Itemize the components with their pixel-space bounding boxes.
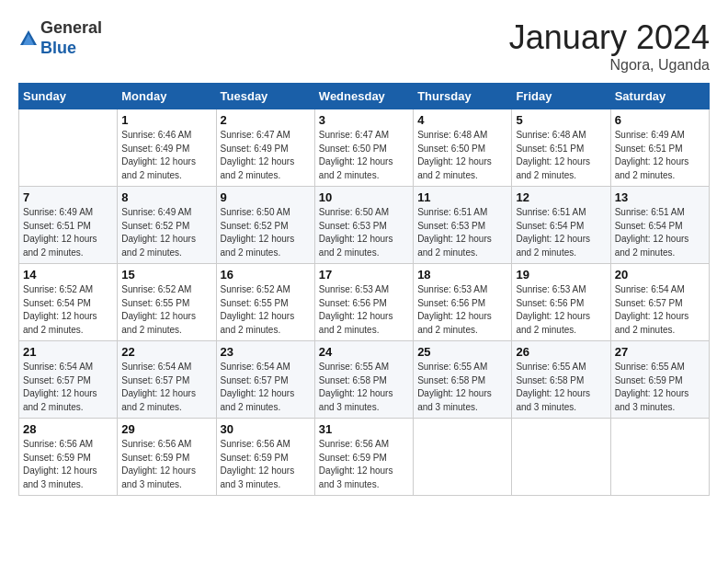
day-info: Sunrise: 6:48 AM Sunset: 6:51 PM Dayligh… [516, 129, 606, 182]
day-number: 24 [319, 345, 409, 359]
calendar-table: Sunday Monday Tuesday Wednesday Thursday… [18, 83, 710, 496]
table-row: 20Sunrise: 6:54 AM Sunset: 6:57 PM Dayli… [610, 264, 709, 341]
day-info: Sunrise: 6:56 AM Sunset: 6:59 PM Dayligh… [221, 438, 311, 491]
table-row [512, 419, 610, 496]
day-number: 30 [221, 422, 311, 436]
table-row: 4Sunrise: 6:48 AM Sunset: 6:50 PM Daylig… [414, 109, 512, 187]
table-row: 8Sunrise: 6:49 AM Sunset: 6:52 PM Daylig… [118, 187, 216, 264]
day-number: 17 [319, 268, 409, 282]
table-row: 14Sunrise: 6:52 AM Sunset: 6:54 PM Dayli… [19, 264, 118, 341]
calendar-week-row: 21Sunrise: 6:54 AM Sunset: 6:57 PM Dayli… [19, 341, 710, 419]
day-info: Sunrise: 6:55 AM Sunset: 6:58 PM Dayligh… [516, 361, 606, 414]
day-number: 5 [516, 113, 606, 127]
day-number: 23 [221, 345, 311, 359]
day-number: 20 [615, 268, 705, 282]
day-info: Sunrise: 6:51 AM Sunset: 6:54 PM Dayligh… [516, 206, 606, 259]
page: General Blue January 2024 Ngora, Uganda … [0, 0, 728, 563]
table-row: 2Sunrise: 6:47 AM Sunset: 6:49 PM Daylig… [216, 109, 314, 187]
day-info: Sunrise: 6:51 AM Sunset: 6:53 PM Dayligh… [417, 206, 507, 259]
table-row: 21Sunrise: 6:54 AM Sunset: 6:57 PM Dayli… [19, 341, 118, 419]
day-number: 1 [121, 113, 211, 127]
calendar-header-row: Sunday Monday Tuesday Wednesday Thursday… [19, 84, 710, 109]
day-number: 8 [121, 190, 211, 204]
col-thursday: Thursday [414, 84, 512, 109]
day-number: 31 [319, 422, 409, 436]
table-row: 7Sunrise: 6:49 AM Sunset: 6:51 PM Daylig… [19, 187, 118, 264]
table-row: 30Sunrise: 6:56 AM Sunset: 6:59 PM Dayli… [216, 419, 314, 496]
calendar-week-row: 7Sunrise: 6:49 AM Sunset: 6:51 PM Daylig… [19, 187, 710, 264]
day-number: 29 [121, 422, 211, 436]
day-number: 10 [319, 190, 409, 204]
calendar-week-row: 1Sunrise: 6:46 AM Sunset: 6:49 PM Daylig… [19, 109, 710, 187]
table-row: 12Sunrise: 6:51 AM Sunset: 6:54 PM Dayli… [512, 187, 610, 264]
table-row: 27Sunrise: 6:55 AM Sunset: 6:59 PM Dayli… [610, 341, 709, 419]
table-row [414, 419, 512, 496]
day-info: Sunrise: 6:53 AM Sunset: 6:56 PM Dayligh… [417, 283, 507, 337]
day-number: 2 [221, 113, 311, 127]
day-number: 3 [319, 113, 409, 127]
col-sunday: Sunday [19, 84, 118, 109]
logo-blue: Blue [40, 39, 102, 59]
title-block: January 2024 Ngora, Uganda [509, 18, 710, 74]
table-row: 29Sunrise: 6:56 AM Sunset: 6:59 PM Dayli… [118, 419, 216, 496]
table-row: 16Sunrise: 6:52 AM Sunset: 6:55 PM Dayli… [216, 264, 314, 341]
table-row: 10Sunrise: 6:50 AM Sunset: 6:53 PM Dayli… [314, 187, 413, 264]
day-number: 16 [221, 268, 311, 282]
day-number: 14 [23, 268, 113, 282]
table-row: 1Sunrise: 6:46 AM Sunset: 6:49 PM Daylig… [118, 109, 216, 187]
day-info: Sunrise: 6:52 AM Sunset: 6:55 PM Dayligh… [221, 283, 311, 337]
logo-general: General [40, 18, 102, 39]
day-number: 18 [417, 268, 507, 282]
day-info: Sunrise: 6:46 AM Sunset: 6:49 PM Dayligh… [121, 129, 211, 182]
day-number: 27 [615, 345, 705, 359]
day-number: 9 [221, 190, 311, 204]
day-info: Sunrise: 6:52 AM Sunset: 6:55 PM Dayligh… [121, 283, 211, 337]
day-number: 28 [23, 422, 113, 436]
table-row: 22Sunrise: 6:54 AM Sunset: 6:57 PM Dayli… [118, 341, 216, 419]
day-info: Sunrise: 6:47 AM Sunset: 6:49 PM Dayligh… [221, 129, 311, 182]
day-info: Sunrise: 6:49 AM Sunset: 6:51 PM Dayligh… [615, 129, 705, 182]
table-row: 6Sunrise: 6:49 AM Sunset: 6:51 PM Daylig… [610, 109, 709, 187]
table-row: 19Sunrise: 6:53 AM Sunset: 6:56 PM Dayli… [512, 264, 610, 341]
col-monday: Monday [118, 84, 216, 109]
day-number: 13 [615, 190, 705, 204]
table-row: 3Sunrise: 6:47 AM Sunset: 6:50 PM Daylig… [314, 109, 413, 187]
day-info: Sunrise: 6:54 AM Sunset: 6:57 PM Dayligh… [23, 361, 113, 414]
logo-icon [18, 29, 39, 49]
col-tuesday: Tuesday [216, 84, 314, 109]
col-saturday: Saturday [610, 84, 709, 109]
day-info: Sunrise: 6:54 AM Sunset: 6:57 PM Dayligh… [221, 361, 311, 414]
table-row: 18Sunrise: 6:53 AM Sunset: 6:56 PM Dayli… [414, 264, 512, 341]
day-info: Sunrise: 6:56 AM Sunset: 6:59 PM Dayligh… [23, 438, 113, 491]
calendar-subtitle: Ngora, Uganda [509, 57, 710, 74]
logo: General Blue [18, 18, 102, 58]
table-row: 31Sunrise: 6:56 AM Sunset: 6:59 PM Dayli… [314, 419, 413, 496]
day-number: 26 [516, 345, 606, 359]
table-row: 28Sunrise: 6:56 AM Sunset: 6:59 PM Dayli… [19, 419, 118, 496]
day-info: Sunrise: 6:53 AM Sunset: 6:56 PM Dayligh… [319, 283, 409, 337]
table-row: 13Sunrise: 6:51 AM Sunset: 6:54 PM Dayli… [610, 187, 709, 264]
day-number: 22 [121, 345, 211, 359]
table-row: 9Sunrise: 6:50 AM Sunset: 6:52 PM Daylig… [216, 187, 314, 264]
col-wednesday: Wednesday [314, 84, 413, 109]
day-info: Sunrise: 6:51 AM Sunset: 6:54 PM Dayligh… [615, 206, 705, 259]
table-row: 5Sunrise: 6:48 AM Sunset: 6:51 PM Daylig… [512, 109, 610, 187]
day-number: 19 [516, 268, 606, 282]
day-info: Sunrise: 6:49 AM Sunset: 6:51 PM Dayligh… [23, 206, 113, 259]
table-row: 26Sunrise: 6:55 AM Sunset: 6:58 PM Dayli… [512, 341, 610, 419]
day-number: 6 [615, 113, 705, 127]
day-info: Sunrise: 6:54 AM Sunset: 6:57 PM Dayligh… [615, 283, 705, 337]
table-row [19, 109, 118, 187]
calendar-week-row: 14Sunrise: 6:52 AM Sunset: 6:54 PM Dayli… [19, 264, 710, 341]
table-row: 11Sunrise: 6:51 AM Sunset: 6:53 PM Dayli… [414, 187, 512, 264]
day-info: Sunrise: 6:55 AM Sunset: 6:59 PM Dayligh… [615, 361, 705, 414]
day-info: Sunrise: 6:56 AM Sunset: 6:59 PM Dayligh… [121, 438, 211, 491]
day-info: Sunrise: 6:47 AM Sunset: 6:50 PM Dayligh… [319, 129, 409, 182]
table-row: 17Sunrise: 6:53 AM Sunset: 6:56 PM Dayli… [314, 264, 413, 341]
logo-text: General Blue [40, 18, 102, 58]
table-row: 24Sunrise: 6:55 AM Sunset: 6:58 PM Dayli… [314, 341, 413, 419]
page-header: General Blue January 2024 Ngora, Uganda [18, 18, 710, 74]
day-number: 7 [23, 190, 113, 204]
day-number: 4 [417, 113, 507, 127]
day-info: Sunrise: 6:50 AM Sunset: 6:52 PM Dayligh… [221, 206, 311, 259]
